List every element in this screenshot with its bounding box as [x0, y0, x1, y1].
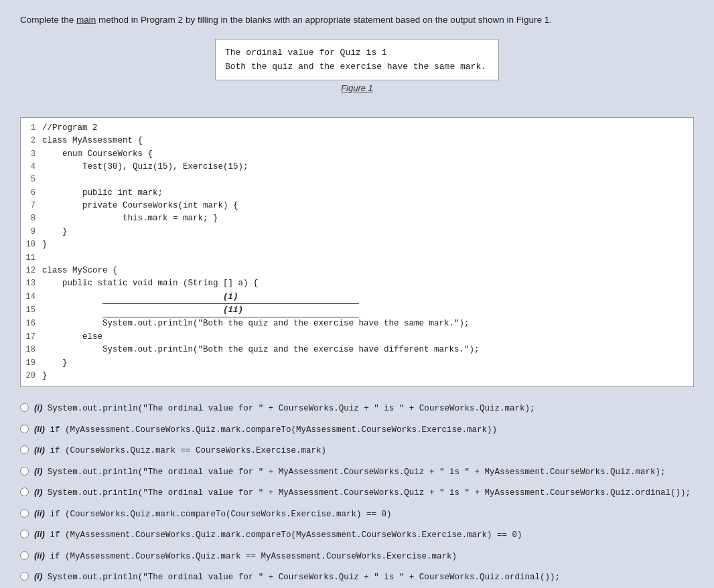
code-line-9: 9 }	[21, 226, 693, 238]
code-line-15: 15 (ii)	[21, 304, 693, 317]
option-item-8: (i) System.out.println("The ordinal valu…	[20, 571, 694, 584]
code-line-10: 10 }	[21, 238, 693, 251]
option-label-6: (ii) if (MyAssessment.CourseWorks.Quiz.m…	[34, 528, 522, 542]
option-label-0: (i) System.out.println("The ordinal valu…	[34, 402, 534, 415]
code-line-19: 19 }	[21, 357, 693, 370]
figure-line-2: Both the quiz and the exercise have the …	[225, 60, 486, 74]
option-radio-5[interactable]	[20, 509, 29, 518]
line-num-1: 1	[21, 122, 42, 135]
option-item-6: (ii) if (MyAssessment.CourseWorks.Quiz.m…	[20, 528, 694, 542]
code-line-14: 14 (i)	[21, 291, 693, 304]
option-item-1: (ii) if (MyAssessment.CourseWorks.Quiz.m…	[20, 423, 694, 437]
option-label-1: (ii) if (MyAssessment.CourseWorks.Quiz.m…	[34, 423, 497, 437]
option-item-0: (i) System.out.println("The ordinal valu…	[20, 402, 694, 415]
code-line-5: 5	[21, 173, 693, 186]
blank-ii: (ii)	[102, 304, 359, 317]
code-line-16: 16 System.out.println("Both the quiz and…	[21, 317, 693, 330]
option-label-3: (i) System.out.println("The ordinal valu…	[34, 465, 665, 479]
option-radio-1[interactable]	[20, 425, 29, 433]
option-item-4: (i) System.out.println("The ordinal valu…	[20, 486, 694, 500]
code-line-11: 11	[21, 252, 693, 265]
code-line-7: 7 private CourseWorks(int mark) {	[21, 200, 693, 212]
code-line-17: 17 else	[21, 331, 693, 344]
figure-caption: Figure 1	[341, 83, 373, 93]
figure-box: The ordinal value for Quiz is 1 Both the…	[215, 39, 499, 80]
option-radio-6[interactable]	[20, 530, 29, 538]
figure-line-1: The ordinal value for Quiz is 1	[225, 46, 486, 60]
option-label-2: (ii) if (CourseWorks.Quiz.mark == Course…	[34, 444, 326, 457]
instructions-text: Complete the main method in Program 2 by…	[20, 13, 694, 27]
code-block: 1 //Program 2 2 class MyAssessment { 3 e…	[20, 117, 694, 388]
option-item-5: (ii) if (CourseWorks.Quiz.mark.compareTo…	[20, 508, 694, 521]
option-item-2: (ii) if (CourseWorks.Quiz.mark == Course…	[20, 444, 694, 457]
code-line-1: 1 //Program 2	[21, 122, 693, 135]
option-item-7: (ii) if (MyAssessment.CourseWorks.Quiz.m…	[20, 550, 694, 563]
option-label-8: (i) System.out.println("The ordinal valu…	[34, 571, 560, 584]
option-label-7: (ii) if (MyAssessment.CourseWorks.Quiz.m…	[34, 550, 457, 563]
figure-wrapper: The ordinal value for Quiz is 1 Both the…	[20, 39, 694, 105]
option-item-3: (i) System.out.println("The ordinal valu…	[20, 465, 694, 479]
option-radio-2[interactable]	[20, 445, 29, 454]
option-radio-0[interactable]	[20, 403, 29, 412]
option-radio-3[interactable]	[20, 467, 29, 475]
code-line-12: 12 class MyScore {	[21, 265, 693, 277]
option-radio-7[interactable]	[20, 551, 29, 560]
option-radio-4[interactable]	[20, 488, 29, 496]
code-line-4: 4 Test(30), Quiz(15), Exercise(15);	[21, 161, 693, 173]
option-radio-8[interactable]	[20, 572, 29, 581]
option-label-5: (ii) if (CourseWorks.Quiz.mark.compareTo…	[34, 508, 391, 521]
code-line-8: 8 this.mark = mark; }	[21, 212, 693, 225]
blank-i: (i)	[102, 291, 359, 304]
option-label-4: (i) System.out.println("The ordinal valu…	[34, 486, 691, 500]
code-line-3: 3 enum CourseWorks {	[21, 148, 693, 161]
code-line-6: 6 public int mark;	[21, 187, 693, 200]
code-line-13: 13 public static void main (String [] a)…	[21, 277, 693, 290]
options-list: (i) System.out.println("The ordinal valu…	[20, 402, 694, 588]
line-content-1: //Program 2	[42, 122, 693, 135]
code-line-20: 20 }	[21, 370, 693, 382]
code-line-2: 2 class MyAssessment {	[21, 135, 693, 147]
code-line-18: 18 System.out.println("Both the quiz and…	[21, 344, 693, 356]
